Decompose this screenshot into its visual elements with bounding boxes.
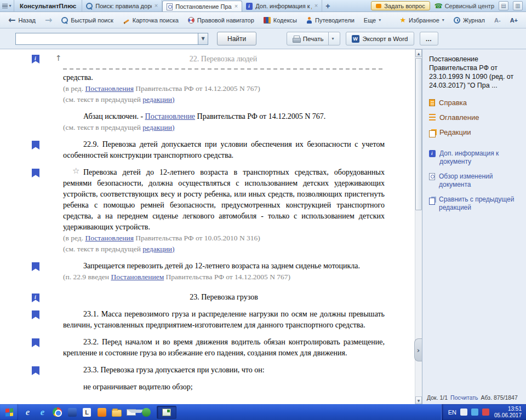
doc-link[interactable]: Постановление (145, 112, 196, 120)
mail-app-button[interactable] (124, 405, 139, 419)
tray-update-icon[interactable] (471, 409, 478, 416)
start-button[interactable] (0, 404, 18, 420)
chevron-down-icon: ▾ (332, 36, 334, 41)
journal-button[interactable]: Журнал (450, 15, 489, 25)
quick-search-button[interactable]: Быстрый поиск (58, 15, 117, 25)
doc-text: средства. (63, 73, 93, 82)
search-card-button[interactable]: Карточка поиска (119, 15, 182, 25)
panel-link-label: Доп. информация к документу (439, 149, 522, 166)
windows-logo-icon (5, 408, 13, 416)
folder-button[interactable] (109, 405, 124, 419)
doc-note: (см. текст в предыдущей редакции) (63, 122, 385, 133)
more-actions-button[interactable]: … (420, 32, 439, 45)
font-increase-button[interactable]: А+ (506, 15, 522, 25)
print-button[interactable]: Печать ▾ (287, 32, 340, 45)
back-button[interactable]: Назад (4, 14, 39, 26)
contents-icon (429, 114, 436, 120)
document-actions-group: Печать ▾ Экспорт в Word … (287, 32, 519, 45)
print-dropdown-button[interactable]: ▾ (328, 32, 334, 45)
brand-logo[interactable]: КонсультантПлюс (14, 0, 82, 11)
chevron-down-icon: ▾ (9, 3, 11, 8)
codes-button[interactable]: Кодексы (260, 15, 301, 25)
reading-view-button[interactable]: ▥ (513, 1, 523, 10)
blue-app-icon (68, 408, 77, 417)
forward-button[interactable] (41, 14, 56, 26)
info-flag-icon[interactable] (32, 141, 39, 149)
panel-link-label: Сравнить с предыдущей редакцией (439, 195, 522, 212)
toolbar-left-group: НазадБыстрый поискКарточка поискаПравово… (4, 14, 385, 26)
favorites-button[interactable]: Избранное▾ (396, 15, 448, 25)
bookmark-star-icon[interactable]: ☆ (52, 167, 79, 175)
legal-navigator-button[interactable]: Правовой навигатор (184, 15, 258, 25)
info-flag-icon[interactable] (32, 338, 39, 347)
sidebar-collapse-handle[interactable]: › (414, 338, 422, 361)
tab-2[interactable]: Постановление Правите...× (162, 1, 242, 11)
toolbar-item-label: Журнал (463, 17, 485, 24)
tab-1[interactable]: Поиск: правила дорожн...× (82, 0, 162, 11)
doc-link[interactable]: редакции) (142, 123, 174, 131)
info-flag-icon[interactable] (32, 55, 39, 64)
document-title[interactable]: Постановление Правительства РФ от 23.10.… (429, 55, 522, 90)
search-history-dropdown[interactable]: ▼ (198, 33, 208, 44)
info-flag-icon[interactable] (32, 262, 39, 271)
taskbar-clock[interactable]: 13:51 05.06.2017 (494, 406, 522, 418)
doc-link[interactable]: редакции) (142, 245, 174, 253)
info-flag-icon[interactable] (32, 310, 39, 319)
panel-link[interactable]: Редакции (429, 128, 522, 137)
scrollbar-thumb[interactable] (415, 58, 422, 210)
panel-layout-button[interactable]: ▤ (499, 1, 508, 10)
tray-security-icon[interactable] (482, 409, 489, 416)
info-flag-icon[interactable] (32, 294, 39, 302)
ask-question-button[interactable]: Задать вопрос (371, 1, 430, 10)
panel-link[interactable]: Сравнить с предыдущей редакцией (429, 195, 522, 212)
doc-text: Правительства РФ от 14.12.2005 N 767. (195, 112, 325, 120)
consultant-taskbar-button[interactable] (157, 406, 176, 419)
writer-app-button[interactable] (79, 405, 94, 419)
chrome-button[interactable] (50, 405, 65, 419)
info-flag-icon[interactable] (32, 366, 39, 375)
toolbar-item-label: Кодексы (273, 17, 297, 24)
main-menu-button[interactable]: ▾ (0, 0, 14, 11)
scroll-to-top-icon[interactable]: ↑ (55, 54, 62, 62)
tab-label: Поиск: правила дорожн... (95, 3, 152, 9)
doc-link[interactable]: редакции) (142, 95, 174, 103)
new-tab-button[interactable]: + (322, 0, 333, 11)
info-icon (429, 150, 436, 157)
count-link[interactable]: Посчитать (450, 394, 478, 401)
blue-app-button[interactable] (65, 405, 79, 419)
search-input[interactable] (16, 33, 198, 44)
tab-close-icon[interactable]: × (155, 3, 158, 9)
service-center-link[interactable]: ☎ Сервисный центр (434, 2, 494, 10)
panel-link[interactable]: Доп. информация к документу (429, 149, 522, 166)
panel-link[interactable]: Справка (429, 99, 522, 107)
tab-3[interactable]: Доп. информация к доку...× (242, 0, 322, 11)
document-status-bar: Док. 1/1 Посчитать Абз. 875/1847 (427, 394, 524, 401)
export-word-button[interactable]: Экспорт в Word (346, 32, 414, 45)
tray-keyboard-icon[interactable] (460, 409, 467, 416)
doc-link[interactable]: Постановления (85, 84, 133, 93)
internet-explorer-button[interactable] (20, 405, 35, 419)
language-indicator[interactable]: EN (448, 409, 456, 416)
tab-close-icon[interactable]: × (235, 3, 238, 9)
font-decrease-button[interactable]: А- (490, 15, 505, 25)
doc-link[interactable]: Постановления (85, 234, 133, 242)
panel-link[interactable]: Обзор изменений документа (429, 172, 522, 189)
doc-text: 23.1. Масса перевозимого груза и распред… (63, 310, 385, 329)
doc-link[interactable]: Постановлением (111, 273, 164, 281)
scrollbar-down-button[interactable]: ▼ (415, 396, 422, 404)
green-app-icon (142, 408, 151, 417)
info-flag-icon[interactable] (32, 169, 39, 177)
doc-text: Абзац исключен. - (83, 112, 145, 120)
tab-label: Постановление Правите... (175, 3, 232, 10)
doc-note: (в ред. Постановления Правительства РФ о… (63, 233, 385, 244)
guides-button[interactable]: Путеводители (302, 15, 358, 25)
more-button[interactable]: Еще▾ (360, 15, 385, 25)
browser-e-button[interactable] (35, 405, 50, 419)
tab-close-icon[interactable]: × (315, 3, 318, 9)
panel-link[interactable]: Оглавление (429, 113, 522, 122)
tab-label: Доп. информация к доку... (255, 3, 312, 9)
printer-icon (293, 36, 300, 42)
find-button[interactable]: Найти (217, 32, 256, 45)
orange-app-button[interactable] (94, 405, 109, 419)
scrollbar-up-button[interactable]: ▲ (415, 49, 422, 57)
